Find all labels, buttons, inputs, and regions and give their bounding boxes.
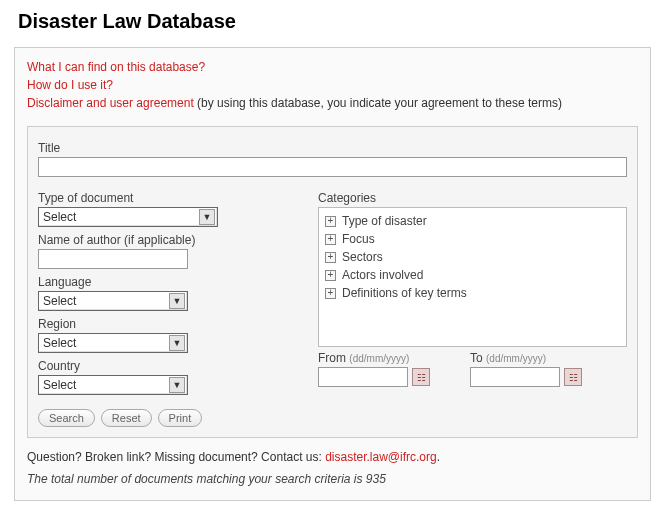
to-date-input[interactable] <box>470 367 560 387</box>
category-item[interactable]: + Sectors <box>325 248 620 266</box>
print-button[interactable]: Print <box>158 409 203 427</box>
main-panel: What I can find on this database? How do… <box>14 47 651 501</box>
result-prefix: The total number of documents matching y… <box>27 472 366 486</box>
right-column: Categories + Type of disaster + Focus + … <box>318 185 627 395</box>
type-label: Type of document <box>38 191 318 205</box>
chevron-down-icon: ▼ <box>169 335 185 351</box>
language-select[interactable]: Select ▼ <box>38 291 188 311</box>
language-select-value: Select <box>43 294 76 308</box>
calendar-icon[interactable]: ☷ <box>412 368 430 386</box>
from-date-input[interactable] <box>318 367 408 387</box>
category-item[interactable]: + Definitions of key terms <box>325 284 620 302</box>
contact-period: . <box>437 450 440 464</box>
from-label: From (dd/mm/yyyy) <box>318 351 430 365</box>
category-label: Focus <box>342 232 375 246</box>
category-label: Type of disaster <box>342 214 427 228</box>
expand-icon[interactable]: + <box>325 216 336 227</box>
search-button[interactable]: Search <box>38 409 95 427</box>
category-label: Sectors <box>342 250 383 264</box>
date-hint: (dd/mm/yyyy) <box>349 353 409 364</box>
expand-icon[interactable]: + <box>325 234 336 245</box>
region-select-value: Select <box>43 336 76 350</box>
link-how-use[interactable]: How do I use it? <box>27 78 113 92</box>
link-what-can-find[interactable]: What I can find on this database? <box>27 60 205 74</box>
author-label: Name of author (if applicable) <box>38 233 318 247</box>
categories-tree: + Type of disaster + Focus + Sectors + A… <box>318 207 627 347</box>
top-links: What I can find on this database? How do… <box>27 58 638 112</box>
expand-icon[interactable]: + <box>325 270 336 281</box>
search-form: Title Type of document Select ▼ Name of … <box>27 126 638 438</box>
date-range: From (dd/mm/yyyy) ☷ To (dd/mm/yyyy) <box>318 351 627 387</box>
chevron-down-icon: ▼ <box>169 377 185 393</box>
type-select[interactable]: Select ▼ <box>38 207 218 227</box>
country-select[interactable]: Select ▼ <box>38 375 188 395</box>
category-item[interactable]: + Type of disaster <box>325 212 620 230</box>
country-label: Country <box>38 359 318 373</box>
region-label: Region <box>38 317 318 331</box>
title-input[interactable] <box>38 157 627 177</box>
page-title: Disaster Law Database <box>18 10 651 33</box>
to-label: To (dd/mm/yyyy) <box>470 351 582 365</box>
author-input[interactable] <box>38 249 188 269</box>
category-item[interactable]: + Focus <box>325 230 620 248</box>
categories-label: Categories <box>318 191 627 205</box>
disclaimer-suffix: (by using this database, you indicate yo… <box>194 96 562 110</box>
contact-line: Question? Broken link? Missing document?… <box>27 450 638 464</box>
title-label: Title <box>38 141 627 155</box>
link-disclaimer[interactable]: Disclaimer and user agreement <box>27 96 194 110</box>
button-row: Search Reset Print <box>38 409 627 427</box>
result-count-line: The total number of documents matching y… <box>27 472 638 486</box>
category-item[interactable]: + Actors involved <box>325 266 620 284</box>
calendar-icon[interactable]: ☷ <box>564 368 582 386</box>
contact-email-link[interactable]: disaster.law@ifrc.org <box>325 450 437 464</box>
result-count: 935 <box>366 472 386 486</box>
left-column: Type of document Select ▼ Name of author… <box>38 185 318 395</box>
country-select-value: Select <box>43 378 76 392</box>
contact-prefix: Question? Broken link? Missing document?… <box>27 450 325 464</box>
chevron-down-icon: ▼ <box>169 293 185 309</box>
expand-icon[interactable]: + <box>325 252 336 263</box>
category-label: Actors involved <box>342 268 423 282</box>
region-select[interactable]: Select ▼ <box>38 333 188 353</box>
reset-button[interactable]: Reset <box>101 409 152 427</box>
chevron-down-icon: ▼ <box>199 209 215 225</box>
date-hint: (dd/mm/yyyy) <box>486 353 546 364</box>
language-label: Language <box>38 275 318 289</box>
type-select-value: Select <box>43 210 76 224</box>
category-label: Definitions of key terms <box>342 286 467 300</box>
expand-icon[interactable]: + <box>325 288 336 299</box>
